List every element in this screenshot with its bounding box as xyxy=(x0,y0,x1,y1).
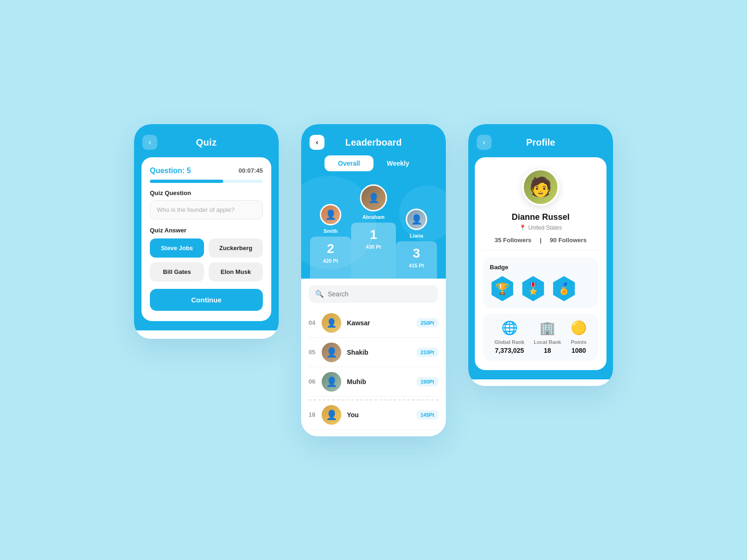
podium-third-name: Liana xyxy=(410,233,423,238)
quiz-continue-button[interactable]: Continue xyxy=(150,289,263,311)
profile-location: 📍 United States xyxy=(483,224,598,231)
quiz-answer-1[interactable]: Zuckerberg xyxy=(209,238,263,258)
quiz-timer: 00:07:45 xyxy=(239,167,263,174)
search-icon: 🔍 xyxy=(315,290,324,298)
stat-local-rank-label: Local Rank xyxy=(534,339,561,345)
local-rank-icon: 🏢 xyxy=(539,320,556,336)
quiz-answer-3[interactable]: Elon Musk xyxy=(209,262,263,281)
podium-first-bar: 1 430 Pt xyxy=(351,223,396,279)
leaderboard-header: ‹ Leaderboard xyxy=(301,124,446,148)
profile-bottom-space xyxy=(468,379,613,386)
tab-overall[interactable]: Overall xyxy=(324,155,374,171)
quiz-bottom-space xyxy=(134,330,279,339)
list-rank-6: 06 xyxy=(309,378,322,385)
list-pts-muhib: 190Pt xyxy=(416,377,438,386)
podium-third-pts: 415 Pt xyxy=(409,263,424,268)
quiz-answer-2[interactable]: Bill Gates xyxy=(150,262,204,281)
quiz-screen: ‹ Quiz Question: 5 00:07:45 Quiz Questio… xyxy=(134,124,279,339)
quiz-answer-section-label: Quiz Answer xyxy=(150,227,263,234)
podium-first-name: Abraham xyxy=(362,214,385,220)
stat-local-rank-value: 18 xyxy=(544,347,551,354)
podium-third-rank: 3 xyxy=(413,246,420,261)
profile-badges: 🏆 🎖️ 🏅 xyxy=(490,276,592,301)
profile-followers: 35 Followers | 90 Followers xyxy=(483,237,598,244)
quiz-answer-0[interactable]: Steve Jobs xyxy=(150,238,204,258)
quiz-question-label: Quiz Question xyxy=(150,189,263,196)
list-avatar-you: 👤 xyxy=(322,405,341,425)
quiz-progress-fill xyxy=(150,180,223,183)
stat-global-rank: 🌐 Global Rank 7,373,025 xyxy=(494,320,524,354)
stat-local-rank: 🏢 Local Rank 18 xyxy=(534,320,561,354)
leaderboard-title: Leaderboard xyxy=(345,137,402,148)
profile-body: 🧑 Dianne Russel 📍 United States 35 Follo… xyxy=(468,157,613,379)
leaderboard-tabs: Overall Weekly xyxy=(301,148,446,171)
profile-name: Dianne Russel xyxy=(483,212,598,222)
badge-gold: 🏆 xyxy=(490,276,515,301)
profile-avatar: 🧑 xyxy=(522,168,559,206)
profile-screen: ‹ Profile 🧑 Dianne Russel 📍 United State… xyxy=(468,124,613,386)
stat-global-rank-label: Global Rank xyxy=(494,339,524,345)
profile-badge-section: Badge 🏆 🎖️ 🏅 xyxy=(483,257,598,308)
quiz-title: Quiz xyxy=(196,137,217,148)
quiz-progress-bar xyxy=(150,180,263,183)
points-icon: 🟡 xyxy=(571,320,587,336)
list-item-you: 18 👤 You 145Pt xyxy=(309,399,438,430)
quiz-content-card: Question: 5 00:07:45 Quiz Question Who i… xyxy=(141,157,271,321)
podium-third: 👤 Liana 3 415 Pt xyxy=(396,209,437,279)
profile-stats-section: 🌐 Global Rank 7,373,025 🏢 Local Rank 18 … xyxy=(483,314,598,361)
quiz-body: Question: 5 00:07:45 Quiz Question Who i… xyxy=(134,157,279,330)
profile-back-button[interactable]: ‹ xyxy=(477,135,492,150)
list-item: 05 👤 Shakib 210Pt xyxy=(309,338,438,367)
list-avatar-muhib: 👤 xyxy=(322,372,341,392)
quiz-answers-grid: Steve Jobs Zuckerberg Bill Gates Elon Mu… xyxy=(150,238,263,281)
stat-points-value: 1080 xyxy=(571,347,586,354)
list-rank-4: 04 xyxy=(309,319,322,326)
leaderboard-back-button[interactable]: ‹ xyxy=(310,135,324,150)
quiz-header: ‹ Quiz xyxy=(134,124,279,157)
list-avatar-kawsar: 👤 xyxy=(322,313,341,333)
podium-first-pts: 430 Pt xyxy=(366,244,381,250)
profile-divider xyxy=(483,250,598,251)
podium-second-bar: 2 420 Pt xyxy=(310,237,351,279)
podium-second-avatar: 👤 xyxy=(320,204,341,225)
profile-avatar-wrap: 🧑 xyxy=(483,168,598,206)
list-name-muhib: Muhib xyxy=(347,378,416,385)
quiz-question-text: Who is the founder of apple? xyxy=(150,200,263,219)
tab-weekly[interactable]: Weekly xyxy=(374,155,423,171)
list-name-you: You xyxy=(347,411,416,419)
badge-silver: 🎖️ xyxy=(521,276,546,301)
leaderboard-search-box[interactable]: 🔍 xyxy=(309,285,438,303)
profile-content-card: 🧑 Dianne Russel 📍 United States 35 Follo… xyxy=(475,157,606,370)
leaderboard-list-area: 🔍 04 👤 Kawsar 250Pt 05 👤 Shakib 210Pt 06… xyxy=(301,278,446,430)
profile-title: Profile xyxy=(526,137,555,148)
badge-bronze: 🏅 xyxy=(551,276,577,301)
podium-second: 👤 Smith 2 420 Pt xyxy=(310,204,351,279)
leaderboard-bottom-space xyxy=(301,430,446,436)
profile-header: ‹ Profile xyxy=(468,124,613,157)
stat-points-label: Points xyxy=(571,339,587,345)
list-rank-5: 05 xyxy=(309,349,322,356)
badge-section-title: Badge xyxy=(490,264,592,271)
podium-first-rank: 1 xyxy=(370,227,377,242)
podium-second-rank: 2 xyxy=(327,241,334,256)
list-avatar-shakib: 👤 xyxy=(322,343,341,362)
podium-first: 👤 Abraham 1 430 Pt xyxy=(351,184,396,279)
profile-followers-count: 35 Followers xyxy=(494,237,531,244)
quiz-question-header: Question: 5 00:07:45 xyxy=(150,167,263,175)
quiz-back-button[interactable]: ‹ xyxy=(142,135,157,150)
list-item: 04 👤 Kawsar 250Pt xyxy=(309,308,438,338)
podium-second-pts: 420 Pt xyxy=(323,258,338,264)
list-pts-kawsar: 250Pt xyxy=(416,318,438,328)
leaderboard-podium: 👤 Smith 2 420 Pt 👤 Abraham 1 430 Pt 👤 L xyxy=(301,171,446,279)
leaderboard-search-input[interactable] xyxy=(328,290,432,298)
list-item: 06 👤 Muhib 190Pt xyxy=(309,367,438,397)
stat-points: 🟡 Points 1080 xyxy=(571,320,587,354)
location-pin-icon: 📍 xyxy=(519,224,526,231)
podium-second-name: Smith xyxy=(324,228,338,234)
list-pts-shakib: 210Pt xyxy=(416,348,438,357)
quiz-question-number: Question: 5 xyxy=(150,167,191,175)
list-name-shakib: Shakib xyxy=(347,349,416,356)
profile-following-count: 90 Followers xyxy=(550,237,587,244)
globe-icon: 🌐 xyxy=(501,320,518,336)
list-rank-you: 18 xyxy=(309,411,322,418)
